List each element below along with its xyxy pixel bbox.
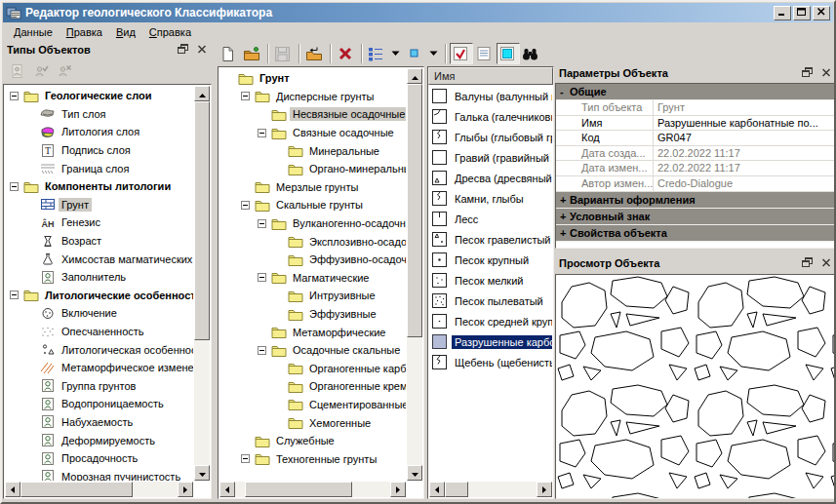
user-delete-button[interactable] — [54, 61, 77, 81]
tree-item[interactable]: Набухаемость — [6, 413, 193, 432]
tree-item[interactable]: Осадочные скальные — [220, 341, 406, 360]
property-section-header[interactable]: +Условный знак — [556, 209, 835, 225]
tree-item[interactable]: Магматические — [220, 269, 406, 288]
menu-item-4[interactable]: Справка — [142, 24, 198, 40]
tree-item[interactable]: Сцементированные — [220, 396, 406, 414]
menu-item-3[interactable]: Вид — [109, 24, 142, 40]
scroll-up-button[interactable] — [194, 86, 210, 101]
property-section-header[interactable]: -Общие — [556, 84, 835, 100]
horizontal-scrollbar[interactable] — [219, 482, 406, 497]
tree-item[interactable]: Мерзлые грунты — [220, 178, 406, 197]
menu-item-2[interactable]: Правка — [60, 24, 109, 40]
tree-item[interactable]: Литология слоя — [6, 123, 193, 141]
expander-minus-icon[interactable] — [241, 92, 252, 100]
expander-minus-icon[interactable] — [10, 92, 20, 100]
panel-close-button[interactable] — [818, 256, 834, 270]
tree-item[interactable]: Деформируемость — [6, 431, 193, 449]
vertical-scrollbar[interactable] — [407, 68, 422, 481]
expand-icon[interactable]: + — [560, 194, 570, 206]
scroll-left-button[interactable] — [5, 482, 20, 497]
tree-item[interactable]: Включение — [6, 304, 193, 323]
property-row[interactable]: КодGR047 — [556, 131, 835, 146]
tree-item[interactable]: Группа грунтов — [6, 377, 193, 396]
property-value[interactable]: 22.02.2022 11:17 — [654, 161, 835, 175]
dropdown-arrow-button[interactable] — [389, 43, 404, 64]
tree-item[interactable]: Литологические особенности — [6, 287, 193, 305]
property-row[interactable]: Дата измен...22.02.2022 11:17 — [556, 161, 835, 176]
property-value[interactable]: Грунт — [654, 100, 835, 115]
property-value[interactable]: Credo-Dialogue — [654, 176, 835, 191]
tree-item[interactable]: Опесчаненность — [6, 323, 193, 341]
list-item[interactable]: Валуны (валунный грунт) — [429, 86, 552, 106]
open-folder-button[interactable] — [241, 43, 264, 64]
scroll-right-button[interactable] — [537, 482, 552, 497]
tree-item[interactable]: Эффузивные — [220, 305, 406, 324]
tree-item[interactable]: Литологическая особенность — [6, 340, 193, 359]
scrollbar-thumb[interactable] — [194, 101, 210, 340]
list-item[interactable]: Песок крупный — [429, 250, 552, 270]
scroll-up-button[interactable] — [407, 68, 422, 84]
dropdown-arrow-button[interactable] — [427, 43, 442, 64]
vertical-scrollbar[interactable] — [194, 86, 210, 481]
tree-item[interactable]: Метаморфические — [220, 323, 406, 341]
tree-item[interactable]: Возраст — [6, 232, 193, 251]
tree-item[interactable]: Грунт — [220, 69, 406, 88]
property-row[interactable]: Тип объектаГрунт — [556, 100, 835, 116]
tree-item[interactable]: Органогенные кремнистые — [220, 377, 406, 396]
binoculars-button[interactable] — [520, 43, 543, 64]
list-item[interactable]: Камни, глыбы — [429, 188, 552, 209]
tree-item[interactable]: Органо-минеральные — [220, 160, 406, 178]
tree-item[interactable]: Тип слоя — [6, 105, 193, 124]
property-row[interactable]: ИмяРазрушенные карбонатные по... — [556, 116, 835, 132]
delete-button[interactable] — [335, 43, 358, 64]
list-item[interactable]: Песок гравелистый — [429, 229, 552, 250]
scrollbar-thumb[interactable] — [445, 482, 468, 497]
tree-item[interactable]: Морозная пучинистость — [6, 467, 193, 481]
scroll-left-button[interactable] — [219, 482, 235, 497]
close-button[interactable] — [813, 6, 830, 20]
text-lines-button[interactable] — [473, 43, 497, 64]
scroll-down-button[interactable] — [407, 465, 422, 481]
new-document-button[interactable] — [218, 43, 241, 64]
expander-minus-icon[interactable] — [241, 201, 252, 210]
tree-item[interactable]: Заполнитель — [6, 268, 193, 287]
dock-button[interactable] — [799, 66, 815, 80]
list-item[interactable]: Гравий (гравийный грунт) — [429, 147, 552, 168]
checkbox-checked-button[interactable] — [450, 43, 473, 64]
tree-item[interactable]: Водопроницаемость — [6, 395, 193, 413]
expand-icon[interactable]: + — [560, 227, 570, 239]
tree-item[interactable]: Минеральные — [220, 141, 406, 160]
tree-item[interactable]: Граница слоя — [6, 159, 193, 177]
scroll-right-button[interactable] — [390, 482, 406, 497]
tree-item[interactable]: ÂНГенезис — [6, 213, 193, 232]
list-item[interactable]: Песок мелкий — [429, 270, 552, 291]
tree-item[interactable]: Хемогенные — [220, 413, 406, 432]
tree-item[interactable]: Просадочность — [6, 449, 193, 468]
scrollbar-thumb[interactable] — [245, 482, 352, 497]
list-item[interactable]: Дресва (дресвяный грунт) — [429, 168, 552, 188]
tree-item[interactable]: Интрузивные — [220, 287, 406, 305]
tree-item[interactable]: Скальные грунты — [220, 196, 406, 214]
expander-minus-icon[interactable] — [258, 273, 268, 282]
scroll-right-button[interactable] — [178, 482, 193, 497]
property-row[interactable]: Дата созда...22.02.2022 11:17 — [556, 146, 835, 162]
tree-item[interactable]: Грунт — [6, 196, 193, 214]
tree-item[interactable]: Эффузивно-осадочные — [220, 251, 406, 269]
scrollbar-thumb[interactable] — [407, 84, 422, 337]
tree-item[interactable]: Несвязные осадочные — [220, 105, 406, 124]
property-row[interactable]: Автор измен...Credo-Dialogue — [556, 176, 835, 192]
list-item[interactable]: Разрушенные карбонатные породы — [429, 331, 552, 352]
property-section-header[interactable]: +Свойства объекта — [556, 225, 835, 242]
tree-item[interactable]: Техногенные грунты — [220, 449, 406, 468]
tree-item[interactable]: TПодпись слоя — [6, 141, 193, 160]
tree-item[interactable]: Дисперсные грунты — [220, 88, 406, 106]
user-button[interactable] — [7, 61, 30, 81]
expand-icon[interactable]: + — [560, 211, 570, 222]
marker-square-button[interactable] — [404, 43, 427, 64]
import-folder-button[interactable] — [303, 43, 327, 64]
expander-minus-icon[interactable] — [258, 219, 268, 228]
list-item[interactable]: Глыбы (глыбовый грунт) — [429, 127, 552, 147]
panel-close-button[interactable] — [194, 43, 210, 57]
list-item[interactable]: Лесс — [429, 209, 552, 229]
tree-item[interactable]: Геологические слои — [6, 87, 193, 105]
